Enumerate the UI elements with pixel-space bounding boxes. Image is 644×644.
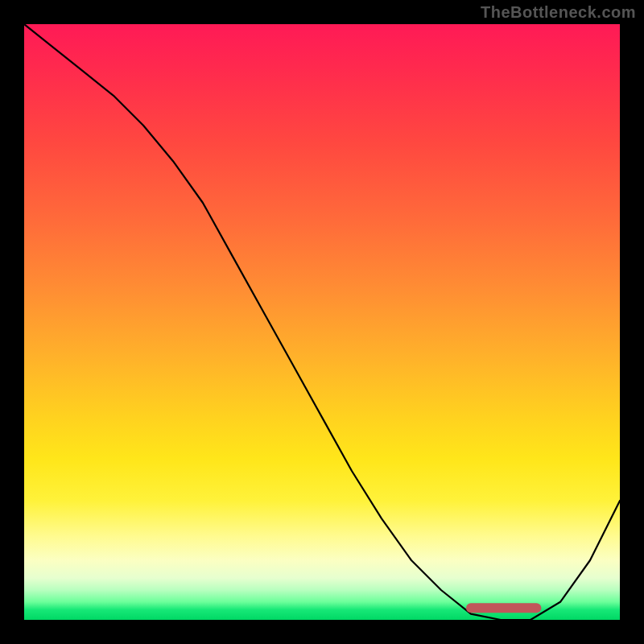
chart-container: TheBottleneck.com [0, 0, 644, 644]
plot-area [24, 24, 620, 620]
watermark-text: TheBottleneck.com [481, 3, 636, 22]
bottleneck-curve [24, 24, 620, 620]
curve-overlay [24, 24, 620, 620]
